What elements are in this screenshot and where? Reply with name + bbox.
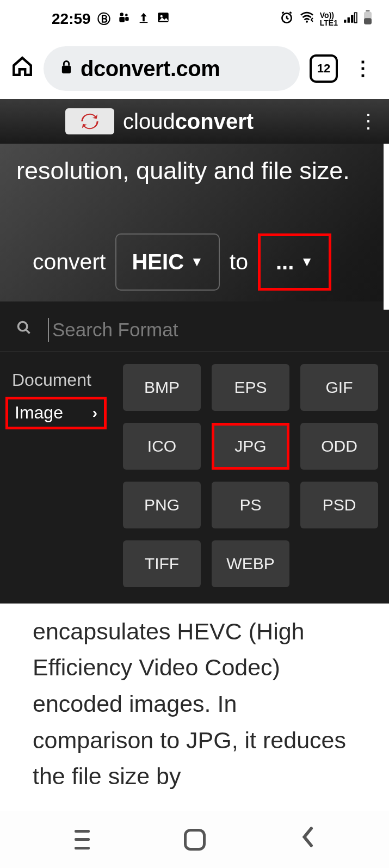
svg-rect-13 [366,10,370,12]
format-psd[interactable]: PSD [300,482,378,528]
format-bmp[interactable]: BMP [123,364,201,411]
format-picker-panel: DocumentImage› BMPEPSGIFICOJPGODDPNGPSPS… [0,301,389,604]
search-row [0,301,389,352]
app-icon-teams [117,10,131,28]
tab-count: 12 [317,61,330,76]
to-format-value: ... [276,250,294,274]
browser-menu-icon[interactable]: ⋮ [348,57,378,80]
site-header: cloudconvert ⋮ [0,99,389,144]
svg-point-6 [160,15,162,17]
category-image[interactable]: Image› [5,397,107,429]
svg-point-8 [306,21,308,23]
signal-icon [343,11,357,27]
format-eps[interactable]: EPS [212,364,289,411]
from-format-dropdown[interactable]: HEIC ▼ [115,233,219,291]
format-ico[interactable]: ICO [123,423,201,470]
site-logo[interactable] [65,108,114,134]
system-nav-bar [0,811,389,868]
status-time: 22:59 [52,10,91,28]
svg-rect-12 [355,13,357,22]
picker-body: DocumentImage› BMPEPSGIFICOJPGODDPNGPSPS… [0,352,389,587]
status-left: 22:59 Ⓑ [52,10,170,28]
image-icon [156,10,170,28]
hero-description: resolution, quality and file size. [0,144,389,212]
svg-rect-11 [351,15,353,23]
site-menu-icon[interactable]: ⋮ [359,110,378,133]
recent-apps-button[interactable] [75,830,90,849]
svg-rect-9 [344,20,346,22]
to-format-dropdown[interactable]: ... ▼ [258,233,331,291]
address-bar[interactable]: dconvert.com [44,46,300,91]
from-format-value: HEIC [132,250,184,274]
format-png[interactable]: PNG [123,482,201,528]
category-column: DocumentImage› [0,364,107,587]
convert-label: convert [33,249,106,275]
format-search-input[interactable] [48,318,367,342]
format-webp[interactable]: WEBP [212,540,289,587]
battery-icon [363,10,373,28]
upload-icon [138,10,150,28]
svg-rect-2 [119,17,125,22]
format-ps[interactable]: PS [212,482,289,528]
format-jpg[interactable]: JPG [212,423,289,470]
format-odd[interactable]: ODD [300,423,378,470]
lte-label: Vo))LTE1 [320,11,338,27]
format-grid: BMPEPSGIFICOJPGODDPNGPSPSDTIFFWEBP [123,364,389,587]
svg-rect-10 [348,17,350,23]
back-button[interactable] [300,826,314,853]
chevron-right-icon: › [92,404,97,422]
category-label: Image [15,403,63,423]
svg-point-0 [120,13,124,16]
url-text: dconvert.com [81,57,220,81]
svg-point-17 [18,322,27,331]
browser-home-icon[interactable] [11,55,34,83]
app-icon-b: Ⓑ [97,10,110,28]
lock-icon [60,59,73,78]
chevron-down-icon: ▼ [190,254,203,269]
hero-section: resolution, quality and file size. conve… [0,144,389,604]
tabs-button[interactable]: 12 [310,54,338,83]
article-body: encapsulates HEVC (High Efficiency Video… [0,604,389,795]
svg-rect-3 [125,17,129,21]
svg-point-1 [125,14,128,16]
to-label: to [230,249,248,275]
status-right: Vo))LTE1 [280,10,373,28]
site-title: cloudconvert [123,109,254,134]
scrollbar[interactable] [384,144,389,310]
convert-row: convert HEIC ▼ to ... ▼ [0,212,389,301]
category-label: Document [12,370,91,390]
chevron-down-icon: ▼ [300,254,313,269]
svg-rect-15 [364,18,372,24]
category-document[interactable]: Document [5,364,107,397]
svg-rect-4 [139,22,147,23]
alarm-icon [280,10,294,28]
svg-rect-16 [62,65,71,73]
wifi-icon [299,11,314,27]
browser-bar: dconvert.com 12 ⋮ [0,38,389,99]
home-button[interactable] [184,829,206,851]
search-icon [16,320,32,339]
format-gif[interactable]: GIF [300,364,378,411]
status-bar: 22:59 Ⓑ Vo))LTE1 [0,0,389,38]
format-tiff[interactable]: TIFF [123,540,201,587]
